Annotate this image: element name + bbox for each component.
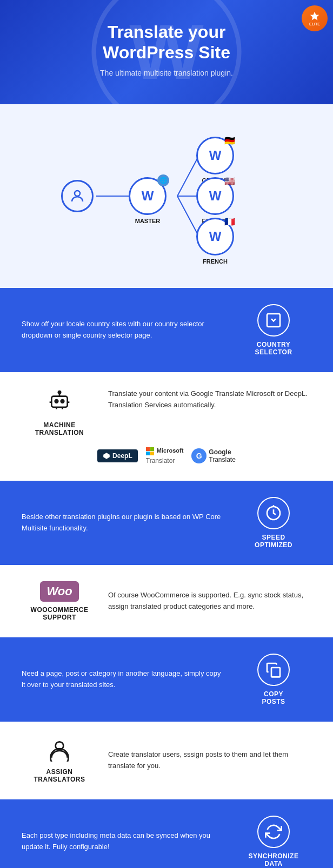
machine-translation-label: MACHINETRANSLATION: [35, 421, 84, 436]
svg-marker-18: [103, 453, 110, 459]
translation-logos: DeepL Microsoft Translator G Google Tran…: [22, 447, 311, 465]
copy-posts-label: COPYPOSTS: [262, 690, 285, 705]
svg-marker-2: [310, 12, 319, 21]
speed-optimized-text: Beside other translation plugins our plu…: [22, 512, 225, 534]
country-selector-text: Show off your locale country sites with …: [22, 319, 225, 341]
synchronize-data-icon: [257, 816, 290, 848]
diagram-section: W 🌐 MASTER W 🇩🇪 GERMAN W 🇺🇸 ENGLISH W: [0, 104, 333, 288]
machine-translation-description: Translate your content via Google Transl…: [108, 388, 311, 411]
copy-posts-icon: [257, 654, 290, 686]
synchronize-data-icon-block: SYNCHRONIZEDATA: [236, 816, 311, 867]
assign-translators-label: ASSIGNTRANSLATORS: [34, 768, 85, 783]
hero-title: Translate your WordPress Site: [11, 22, 322, 63]
speed-optimized-section: Beside other translation plugins our plu…: [0, 481, 333, 565]
svg-point-11: [61, 400, 64, 403]
country-selector-icon-block: COUNTRYSELECTOR: [236, 304, 311, 356]
speed-optimized-icon: [257, 497, 290, 529]
microsoft-logo: Microsoft Translator: [146, 447, 184, 465]
robot-icon: [48, 388, 71, 417]
woocommerce-section: Woo WOOCOMMERCESUPPORT Of course WooComm…: [0, 565, 333, 637]
google-translate-logo: G Google Translate: [191, 448, 236, 463]
synchronize-data-text: Each post type including meta data can b…: [22, 830, 225, 853]
machine-translation-section: MACHINETRANSLATION Translate your conten…: [0, 372, 333, 481]
assign-translators-description: Create translator users, sssign posts to…: [108, 749, 311, 772]
master-node: W 🌐 MASTER: [129, 177, 166, 224]
woocommerce-label: WOOCOMMERCESUPPORT: [31, 606, 89, 621]
assign-translators-icon: [48, 738, 71, 764]
hero-subtitle: The ultimate multisite translation plugi…: [11, 69, 322, 77]
speed-optimized-label: SPEEDOPTIMIZED: [255, 534, 292, 549]
machine-translation-icon-block: MACHINETRANSLATION: [22, 388, 97, 436]
svg-line-4: [177, 156, 199, 196]
country-selector-label: COUNTRYSELECTOR: [255, 341, 292, 356]
woocommerce-description: Of course WooCommerce is supported. E.g.…: [108, 590, 311, 613]
speed-optimized-icon-block: SPEEDOPTIMIZED: [236, 497, 311, 549]
hero-section: W ELITE Translate your WordPress Site Th…: [0, 0, 333, 104]
svg-rect-21: [271, 668, 280, 677]
synchronize-data-label: SYNCHRONIZEDATA: [249, 852, 299, 867]
woo-badge: Woo: [40, 581, 78, 602]
svg-rect-9: [51, 396, 67, 407]
copy-posts-section: Need a page, post or category in another…: [0, 637, 333, 722]
diagram: W 🌐 MASTER W 🇩🇪 GERMAN W 🇺🇸 ENGLISH W: [58, 126, 275, 266]
deepl-logo: DeepL: [97, 449, 138, 462]
copy-posts-text: Need a page, post or category in another…: [22, 668, 225, 691]
synchronize-data-section: Each post type including meta data can b…: [0, 799, 333, 868]
assign-translators-icon-block: ASSIGNTRANSLATORS: [22, 738, 97, 783]
svg-line-6: [177, 196, 199, 237]
country-selector-section: Show off your locale country sites with …: [0, 288, 333, 372]
french-node: W 🇫🇷 FRENCH: [196, 218, 234, 265]
woocommerce-icon-block: Woo WOOCOMMERCESUPPORT: [22, 581, 97, 621]
svg-point-10: [55, 400, 58, 403]
svg-point-13: [58, 391, 61, 393]
user-node: [61, 180, 94, 212]
svg-point-7: [75, 191, 80, 196]
country-selector-icon: [257, 304, 290, 337]
assign-translators-section: ASSIGNTRANSLATORS Create translator user…: [0, 722, 333, 799]
copy-posts-icon-block: COPYPOSTS: [236, 654, 311, 705]
